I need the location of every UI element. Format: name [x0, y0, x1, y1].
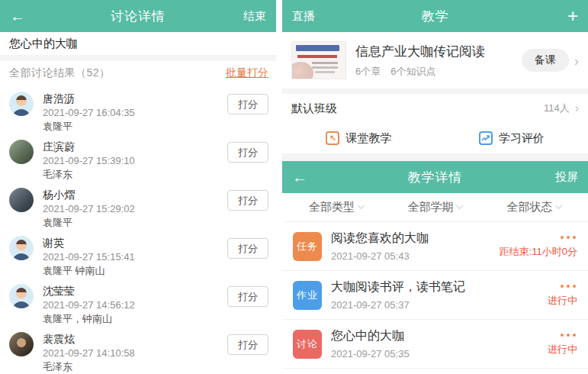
student-answer: 袁隆平，钟南山	[43, 312, 227, 326]
student-timestamp: 2021-09-27 15:15:41	[43, 250, 227, 264]
avatar	[9, 140, 34, 164]
discussion-appbar: ← 讨论详情 结束	[0, 0, 276, 32]
score-button[interactable]: 打分	[227, 190, 268, 211]
back-button[interactable]: ←	[10, 8, 57, 24]
thumbnail-text-line	[312, 62, 338, 64]
page-title: 教学	[339, 8, 531, 25]
student-answer: 袁隆平	[43, 216, 227, 230]
student-row: 谢英 2021-09-27 15:15:41 袁隆平 钟南山 打分	[0, 230, 276, 278]
teaching-appbar: 直播 教学 +	[282, 0, 588, 32]
filter-label: 全部学期	[407, 200, 453, 214]
class-name-label: 默认班级	[291, 102, 544, 116]
results-count-label: 全部讨论结果（52）	[9, 66, 111, 80]
trend-chart-glyph	[481, 134, 490, 143]
chevron-right-icon: ›	[574, 53, 579, 68]
filter-label: 全部类型	[309, 200, 355, 214]
course-card[interactable]: 信息产业大咖传记阅读 6个章 6个知识点 备课 ›	[282, 32, 588, 89]
more-menu-icon[interactable]	[567, 334, 570, 337]
chevron-right-icon: ›	[575, 102, 579, 114]
avatar	[9, 332, 34, 356]
student-name: 沈莹莹	[43, 284, 227, 298]
thumbnail-logo-band	[296, 45, 339, 51]
student-answer: 毛泽东	[43, 168, 227, 182]
filter-label: 全部状态	[506, 200, 552, 214]
filter-status-dropdown[interactable]: 全部状态	[506, 200, 561, 214]
student-info: 沈莹莹 2021-09-27 14:56:12 袁隆平，钟南山	[43, 284, 227, 326]
panel-gutter	[276, 0, 282, 374]
activity-timestamp: 2021-09-27 05:35	[331, 348, 548, 359]
student-timestamp: 2021-09-27 16:04:35	[43, 106, 227, 120]
activity-right: 距结束:11小时0分	[500, 234, 577, 259]
add-button[interactable]: +	[531, 7, 578, 25]
learning-evaluation-button[interactable]: 学习评价	[435, 131, 588, 146]
batch-score-link[interactable]: 批量打分	[226, 66, 268, 80]
learning-evaluation-label: 学习评价	[499, 131, 545, 146]
activity-timestamp: 2021-09-27 05:43	[331, 250, 500, 262]
arrow-glyph: ↖	[329, 134, 336, 143]
student-name: 杨小熠	[43, 188, 227, 202]
back-icon: ←	[292, 169, 307, 185]
filter-bar: 全部类型 全部学期 全部状态	[282, 193, 588, 222]
activity-row-homework[interactable]: 作业 大咖阅读书评，读书笔记 2021-09-27 05:37 进行中	[282, 271, 588, 320]
score-button[interactable]: 打分	[227, 94, 268, 114]
thumbnail-figure	[291, 62, 313, 79]
student-name: 裴震炫	[43, 332, 227, 347]
classroom-teaching-icon: ↖	[326, 131, 339, 145]
activity-title: 大咖阅读书评，读书笔记	[331, 279, 548, 295]
activity-right: 进行中	[548, 282, 577, 308]
student-info: 谢英 2021-09-27 15:15:41 袁隆平 钟南山	[43, 236, 227, 278]
teaching-detail-appbar: ← 教学详情 投屏	[282, 161, 588, 193]
thumbnail-title-line	[297, 55, 337, 58]
discussion-badge: 讨论	[293, 330, 322, 359]
quick-actions-row: ↖ 课堂教学 学习评价	[282, 123, 588, 153]
plus-icon: +	[567, 5, 578, 26]
classroom-teaching-button[interactable]: ↖ 课堂教学	[282, 131, 435, 146]
screenshot-stage: ← 讨论详情 结束 您心中的大咖 全部讨论结果（52） 批量打分 唐浩沥 202…	[0, 0, 588, 374]
student-name: 庄滨蔚	[43, 140, 227, 154]
chevron-down-icon	[456, 202, 464, 209]
filter-type-dropdown[interactable]: 全部类型	[309, 200, 364, 214]
score-button[interactable]: 打分	[227, 286, 268, 307]
student-row: 唐浩沥 2021-09-27 16:04:35 袁隆平 打分	[0, 85, 276, 134]
avatar	[9, 236, 34, 260]
prepare-lesson-button[interactable]: 备课	[522, 49, 569, 72]
score-button[interactable]: 打分	[227, 238, 268, 259]
more-menu-icon[interactable]	[567, 285, 570, 288]
teaching-screens: 直播 教学 + 信息产业大咖传记阅读 6个章 6个知识点 备课 ›	[282, 0, 588, 374]
student-info: 唐浩沥 2021-09-27 16:04:35 袁隆平	[43, 92, 227, 134]
default-class-row[interactable]: 默认班级 114人 ›	[282, 94, 588, 123]
activity-right: 进行中	[548, 331, 577, 356]
avatar	[9, 92, 34, 116]
back-button[interactable]: ←	[292, 169, 339, 185]
activity-row-task[interactable]: 任务 阅读您喜欢的大咖 2021-09-27 05:43 距结束:11小时0分	[282, 222, 588, 271]
student-answer: 毛泽东	[43, 360, 227, 374]
discussion-detail-screen: ← 讨论详情 结束 您心中的大咖 全部讨论结果（52） 批量打分 唐浩沥 202…	[0, 0, 276, 374]
activity-timestamp: 2021-09-27 05:37	[331, 299, 548, 311]
section-divider	[0, 55, 276, 61]
student-row: 沈莹莹 2021-09-27 14:56:12 袁隆平，钟南山 打分	[0, 278, 276, 326]
learning-evaluation-icon	[479, 131, 493, 145]
activity-title: 阅读您喜欢的大咖	[331, 231, 500, 247]
activity-row-discussion[interactable]: 讨论 您心中的大咖 2021-09-27 05:35 进行中	[282, 320, 588, 369]
section-divider	[282, 89, 588, 94]
score-button[interactable]: 打分	[227, 334, 268, 355]
more-menu-icon[interactable]	[567, 236, 570, 239]
course-thumbnail	[291, 41, 346, 79]
chevron-down-icon	[555, 202, 563, 209]
activity-status: 进行中	[548, 294, 577, 308]
student-name: 唐浩沥	[43, 92, 227, 106]
end-discussion-button[interactable]: 结束	[219, 9, 266, 24]
student-info: 杨小熠 2021-09-27 15:29:02 袁隆平	[43, 188, 227, 230]
course-meta: 6个章 6个知识点	[355, 65, 522, 79]
course-info: 信息产业大咖传记阅读 6个章 6个知识点	[355, 43, 522, 79]
activity-info: 大咖阅读书评，读书笔记 2021-09-27 05:37	[331, 279, 548, 311]
score-button[interactable]: 打分	[227, 142, 268, 163]
results-header-row: 全部讨论结果（52） 批量打分	[0, 61, 276, 85]
back-icon: ←	[10, 8, 25, 24]
cast-screen-button[interactable]: 投屏	[531, 170, 578, 185]
thumbnail-text-line	[315, 71, 335, 73]
filter-semester-dropdown[interactable]: 全部学期	[407, 200, 462, 214]
activity-info: 您心中的大咖 2021-09-27 05:35	[331, 328, 548, 359]
live-button[interactable]: 直播	[292, 9, 339, 24]
avatar	[9, 188, 34, 212]
